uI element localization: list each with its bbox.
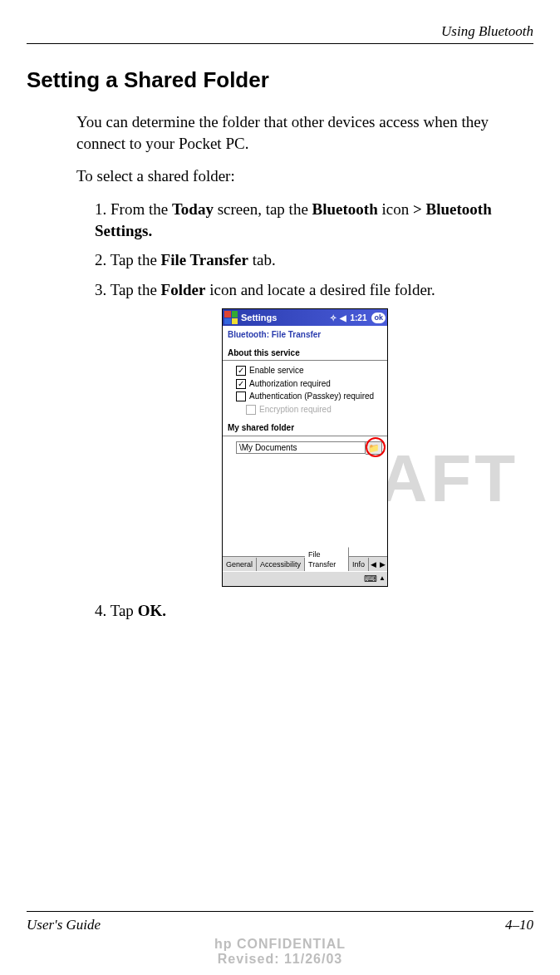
tab-info[interactable]: Info [349,558,369,571]
step-text: 2. Tap the [95,251,161,268]
checkbox-icon[interactable]: ✓ [236,379,246,389]
running-head: Using Bluetooth [27,23,533,44]
checkbox-icon[interactable] [236,391,246,401]
enable-service-row[interactable]: ✓ Enable service [223,364,387,377]
body-text: You can determine the folder that other … [27,111,533,630]
about-label: About this service [223,347,387,361]
ordered-steps-cont: 4. Tap OK. [76,600,533,622]
bold-today: Today [172,200,214,218]
page-container: Using Bluetooth Setting a Shared Folder … [0,0,560,975]
lead-paragraph: To select a shared folder: [76,165,533,187]
step-3: 3. Tap the Folder icon and locate a desi… [95,279,533,301]
divider [223,436,387,436]
step-text: icon and locate a desired file folder. [205,281,435,298]
checkbox-icon[interactable]: ✓ [236,366,246,376]
passkey-row[interactable]: Authentication (Passkey) required [223,390,387,403]
tab-accessibility[interactable]: Accessibility [257,558,305,571]
page-footer: User's Guide 4–10 [27,911,533,933]
shared-folder-label: My shared folder [223,422,387,436]
keyboard-icon[interactable]: ⌨ [364,573,377,585]
checkbox-label: Encryption required [259,404,332,416]
browse-folder-button[interactable]: 📁 [366,441,382,455]
tab-file-transfer[interactable]: File Transfer [305,547,349,571]
blank-area [223,456,387,556]
shared-folder-input[interactable] [236,441,366,454]
section-title: Setting a Shared Folder [27,67,533,93]
divider [223,360,387,361]
bold-ok: OK. [138,602,166,619]
confidential-block: hp CONFIDENTIAL Revised: 11/26/03 [27,937,533,967]
step-text: 1. From the [95,200,172,218]
checkbox-icon [246,405,256,415]
checkbox-label: Authentication (Passkey) required [249,391,374,402]
step-text: icon [378,200,413,218]
tab-general[interactable]: General [223,558,257,571]
screen-subtitle: Bluetooth: File Transfer [223,326,387,347]
step-text: 4. Tap [95,602,138,619]
screenshot-figure: Settings ✧ ◀ 1:21 ok Bluetooth: File Tra… [76,308,533,587]
authorization-row[interactable]: ✓ Authorization required [223,377,387,391]
confidential-line1: hp CONFIDENTIAL [27,937,533,952]
speaker-icon[interactable]: ◀ [340,313,346,324]
start-icon[interactable] [224,311,238,324]
footer-page-number: 4–10 [505,917,533,933]
step-text: screen, tap the [214,200,312,218]
checkbox-label: Authorization required [249,378,331,390]
bold-bluetooth: Bluetooth [312,200,378,218]
sip-menu-icon[interactable]: ▲ [379,574,386,584]
tab-bar: General Accessibility File Transfer Info… [223,556,387,571]
pocketpc-screenshot: Settings ✧ ◀ 1:21 ok Bluetooth: File Tra… [222,308,388,587]
clock[interactable]: 1:21 [350,313,366,324]
sip-bar: ⌨ ▲ [223,571,387,586]
window-title: Settings [241,312,327,324]
tab-scroll-right[interactable]: ▶ [378,558,387,571]
step-text: tab. [248,251,276,268]
checkbox-label: Enable service [249,365,304,377]
footer-guide: User's Guide [27,917,101,933]
encryption-row: Encryption required [223,403,387,416]
ok-button[interactable]: ok [371,313,386,323]
bold-file-transfer: File Transfer [161,251,248,268]
step-text: 3. Tap the [95,281,161,298]
tab-scroll-left[interactable]: ◀ [369,558,378,571]
bold-folder: Folder [161,281,206,298]
connectivity-icon[interactable]: ✧ [330,313,336,324]
step-4: 4. Tap OK. [95,600,533,622]
ordered-steps: 1. From the Today screen, tap the Blueto… [76,199,533,301]
intro-paragraph: You can determine the folder that other … [76,111,533,154]
step-1: 1. From the Today screen, tap the Blueto… [95,199,533,241]
confidential-line2: Revised: 11/26/03 [27,952,533,967]
shared-folder-row: 📁 [223,440,387,456]
step-2: 2. Tap the File Transfer tab. [95,249,533,271]
titlebar: Settings ✧ ◀ 1:21 ok [223,309,387,326]
